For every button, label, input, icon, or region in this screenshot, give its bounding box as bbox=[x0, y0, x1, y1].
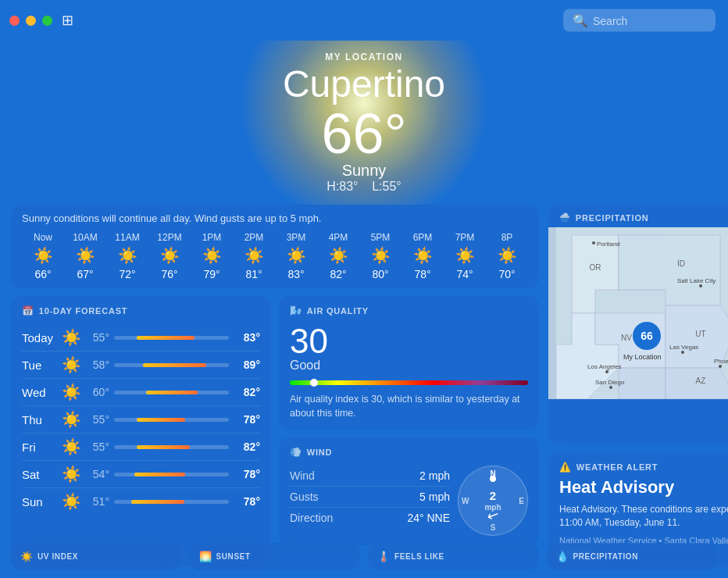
aq-number: 30 bbox=[290, 324, 528, 359]
temp-bar bbox=[137, 418, 185, 422]
hour-label: 4PM bbox=[329, 232, 348, 243]
temp-bar-container bbox=[114, 391, 229, 394]
mini-card[interactable]: ☀️ UV INDEX bbox=[11, 543, 182, 570]
temp-bar-container bbox=[114, 336, 229, 340]
hour-icon: ☀️ bbox=[34, 246, 53, 265]
forecast-day: Wed bbox=[22, 386, 59, 399]
forecast-header: 📅 10-DAY FORECAST bbox=[22, 305, 260, 316]
wind-card: 💨 WIND Wind 2 mph Gusts 5 mph Direction … bbox=[279, 437, 539, 545]
precip-icon: 🌧️ bbox=[559, 212, 571, 223]
hour-item: 7PM ☀️ 74° bbox=[444, 232, 486, 280]
forecast-low: 60° bbox=[83, 386, 109, 398]
svg-text:Salt Lake City: Salt Lake City bbox=[677, 277, 716, 284]
my-location-label: My Location bbox=[623, 353, 662, 361]
mini-cards-bar: ☀️ UV INDEX 🌅 SUNSET 🌡️ FEELS LIKE 💧 PRE… bbox=[11, 543, 717, 570]
forecast-day: Fri bbox=[22, 441, 59, 454]
mini-card-label: PRECIPITATION bbox=[573, 552, 639, 561]
hour-temp: 80° bbox=[372, 268, 388, 280]
svg-text:UT: UT bbox=[695, 330, 705, 338]
forecast-high: 82° bbox=[234, 441, 260, 453]
hour-icon: ☀️ bbox=[244, 246, 264, 265]
forecast-row: Thu ☀️ 55° 78° bbox=[22, 405, 260, 433]
maximize-button[interactable] bbox=[42, 16, 52, 26]
forecast-low: 55° bbox=[83, 413, 109, 426]
forecast-icon: ☀️ bbox=[59, 383, 83, 401]
alert-icon: ⚠️ bbox=[559, 462, 572, 473]
hour-temp: 81° bbox=[245, 268, 262, 280]
hour-item: 5PM ☀️ 80° bbox=[359, 232, 401, 280]
hero-temperature: 66° bbox=[322, 105, 407, 162]
svg-point-23 bbox=[719, 365, 722, 368]
temp-bar bbox=[134, 473, 185, 476]
wind-label: Gusts bbox=[290, 491, 319, 503]
hour-temp: 82° bbox=[330, 268, 346, 280]
compass-west: W bbox=[462, 497, 469, 505]
hour-icon: ☀️ bbox=[371, 246, 391, 265]
hour-label: 3PM bbox=[287, 232, 306, 243]
hour-item: 2PM ☀️ 81° bbox=[233, 232, 275, 280]
forecast-icon: ☀️ bbox=[59, 328, 83, 347]
svg-text:Los Angeles: Los Angeles bbox=[587, 363, 622, 370]
alert-header: ⚠️ WEATHER ALERT bbox=[559, 462, 728, 473]
traffic-lights bbox=[9, 16, 52, 26]
hour-temp: 70° bbox=[498, 268, 515, 280]
hour-label: 5PM bbox=[371, 232, 391, 243]
forecast-card: 📅 10-DAY FORECAST Today ☀️ 55° 83° Tue ☀… bbox=[11, 296, 271, 567]
hour-temp: 79° bbox=[203, 268, 219, 280]
hour-label: 2PM bbox=[244, 232, 264, 243]
forecast-day: Sun bbox=[22, 495, 59, 508]
hero-high: H:83° bbox=[327, 180, 358, 193]
temp-bar-container bbox=[114, 473, 229, 476]
wind-row: Direction 24° NNE bbox=[290, 507, 450, 528]
hour-label: 10AM bbox=[73, 232, 97, 243]
svg-text:NV: NV bbox=[621, 334, 632, 342]
search-bar[interactable]: 🔍 bbox=[563, 9, 716, 32]
wind-row: Wind 2 mph bbox=[290, 466, 450, 486]
city-name: Cupertino bbox=[283, 64, 445, 105]
mini-card-label: SUNSET bbox=[216, 552, 251, 561]
hour-temp: 76° bbox=[161, 268, 177, 280]
left-column: Sunny conditions will continue all day. … bbox=[11, 205, 539, 567]
right-column: 🌧️ PRECIPITATION bbox=[548, 205, 728, 567]
forecast-icon: ☀️ bbox=[59, 355, 83, 374]
map-svg: OR ID NV UT AZ Portland Salt Lake City L… bbox=[548, 227, 728, 399]
wind-value: 2 mph bbox=[419, 469, 450, 482]
svg-point-21 bbox=[605, 370, 608, 373]
hour-temp: 67° bbox=[77, 268, 93, 280]
compass-dot bbox=[490, 476, 496, 482]
forecast-low: 55° bbox=[83, 441, 109, 453]
sidebar-toggle-icon[interactable]: ⊞ bbox=[62, 12, 73, 29]
hour-temp: 66° bbox=[34, 268, 51, 280]
main-content: Sunny conditions will continue all day. … bbox=[0, 205, 728, 578]
wind-rows: Wind 2 mph Gusts 5 mph Direction 24° NNE bbox=[290, 466, 450, 528]
hour-label: 1PM bbox=[202, 232, 222, 243]
mini-card-icon: 💧 bbox=[556, 551, 569, 562]
svg-text:Portland: Portland bbox=[597, 241, 620, 248]
alert-description: Heat Advisory. These conditions are expe… bbox=[559, 503, 728, 530]
svg-text:AZ: AZ bbox=[696, 376, 706, 385]
close-button[interactable] bbox=[9, 16, 20, 26]
hero-low: L:55° bbox=[372, 180, 401, 193]
search-input[interactable] bbox=[593, 14, 706, 27]
hourly-row: Now ☀️ 66° 10AM ☀️ 67° 11AM ☀️ 72° 12PM … bbox=[22, 232, 528, 280]
mini-card[interactable]: 💧 PRECIPITATION bbox=[547, 543, 718, 570]
temp-bar bbox=[146, 391, 198, 394]
hour-temp: 78° bbox=[414, 268, 430, 280]
hour-item: Now ☀️ 66° bbox=[22, 232, 64, 280]
aq-description: Air quality index is 30, which is simila… bbox=[290, 393, 528, 420]
temp-bar bbox=[143, 363, 206, 367]
wind-value: 5 mph bbox=[419, 491, 450, 503]
mini-card[interactable]: 🌅 SUNSET bbox=[190, 543, 361, 570]
aq-bar bbox=[290, 380, 528, 385]
hour-icon: ☀️ bbox=[287, 246, 306, 265]
hour-icon: ☀️ bbox=[455, 246, 475, 265]
minimize-button[interactable] bbox=[26, 16, 36, 26]
forecast-icon: ☀️ bbox=[59, 465, 83, 483]
precipitation-card: 🌧️ PRECIPITATION bbox=[548, 205, 728, 444]
hourly-summary: Sunny conditions will continue all day. … bbox=[22, 212, 528, 224]
forecast-low: 54° bbox=[83, 468, 109, 480]
hour-label: 12PM bbox=[157, 232, 181, 243]
mini-card[interactable]: 🌡️ FEELS LIKE bbox=[368, 543, 539, 570]
hour-temp: 74° bbox=[456, 268, 473, 280]
forecast-high: 78° bbox=[234, 495, 260, 508]
